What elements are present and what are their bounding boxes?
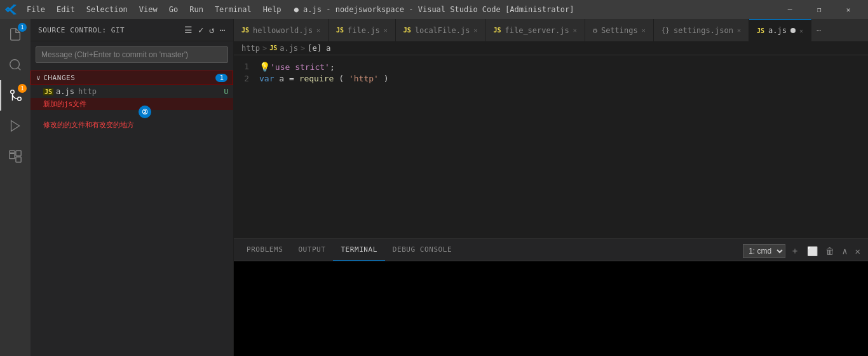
change-status: U bbox=[224, 88, 228, 96]
minimize-button[interactable]: ─ bbox=[775, 0, 804, 19]
tab-settings[interactable]: ⚙ Settings ✕ bbox=[585, 19, 654, 41]
tab-file[interactable]: JS file.js ✕ bbox=[329, 19, 396, 41]
collapse-panel-icon[interactable]: ∧ bbox=[839, 245, 850, 257]
change-filepath: http bbox=[78, 87, 97, 96]
activity-run[interactable] bbox=[0, 111, 31, 141]
refresh-icon[interactable]: ↺ bbox=[209, 25, 215, 35]
commit-message-input[interactable] bbox=[36, 46, 228, 63]
tab-ajs[interactable]: JS a.js ✕ bbox=[749, 19, 811, 41]
titlebar-controls[interactable]: ─ ❐ ✕ bbox=[775, 0, 863, 19]
tab-terminal[interactable]: TERMINAL bbox=[333, 238, 384, 261]
tab-settings-json[interactable]: {} settings.json ✕ bbox=[654, 19, 749, 41]
terminal-selector[interactable]: 1: cmd bbox=[743, 244, 785, 258]
line-number-2: 2 bbox=[234, 74, 259, 83]
menu-view[interactable]: View bbox=[134, 4, 163, 15]
close-tab-icon[interactable]: ✕ bbox=[799, 27, 803, 34]
titlebar-left: File Edit Selection View Go Run Terminal… bbox=[5, 4, 287, 15]
activity-extensions[interactable] bbox=[0, 141, 31, 172]
tab-localfile[interactable]: JS localFile.js ✕ bbox=[396, 19, 486, 41]
svg-line-3 bbox=[18, 67, 20, 70]
tab-label: helloworld.js bbox=[253, 26, 313, 35]
menu-file[interactable]: File bbox=[22, 4, 50, 15]
code-line-2: 2 var a = require ( 'http' ) bbox=[234, 72, 868, 85]
annotation-modified: 修改的的文件和有改变的地方 bbox=[43, 120, 134, 130]
close-tab-icon[interactable]: ✕ bbox=[573, 27, 577, 34]
menu-run[interactable]: Run bbox=[184, 4, 208, 15]
changes-count-badge: 1 bbox=[215, 74, 227, 82]
svg-point-2 bbox=[10, 60, 20, 69]
line-content-1: 💡'use strict'; bbox=[259, 62, 335, 72]
changes-header[interactable]: ∨ CHANGES 1 bbox=[31, 71, 233, 85]
svg-rect-10 bbox=[10, 151, 15, 153]
titlebar: File Edit Selection View Go Run Terminal… bbox=[0, 0, 868, 19]
sidebar: SOURCE CONTROL: GIT ☰ ✓ ↺ ⋯ ∨ CHANGES 1 … bbox=[31, 19, 234, 356]
lightbulb-icon: 💡 bbox=[259, 62, 270, 72]
breadcrumb-sep-2: > bbox=[301, 44, 305, 53]
menu-terminal[interactable]: Terminal bbox=[210, 4, 257, 15]
activity-search[interactable] bbox=[0, 50, 31, 80]
menu-edit[interactable]: Edit bbox=[51, 4, 80, 15]
close-tab-icon[interactable]: ✕ bbox=[316, 27, 320, 34]
tab-label: file.js bbox=[348, 26, 380, 35]
code-line-1: 1 💡'use strict'; bbox=[234, 60, 868, 72]
add-terminal-icon[interactable]: ＋ bbox=[788, 244, 802, 258]
close-tab-icon[interactable]: ✕ bbox=[642, 27, 646, 34]
delete-terminal-icon[interactable]: 🗑 bbox=[823, 245, 837, 257]
tab-label: a.js bbox=[768, 26, 787, 35]
tab-debug-console[interactable]: DEBUG CONSOLE bbox=[385, 238, 459, 261]
close-tab-icon[interactable]: ✕ bbox=[737, 27, 741, 34]
code-editor: 1 💡'use strict'; 2 var a = require ( 'ht… bbox=[234, 55, 868, 238]
line-number-1: 1 bbox=[234, 62, 259, 71]
activity-explorer[interactable]: 1 bbox=[0, 19, 31, 50]
close-tab-icon[interactable]: ✕ bbox=[473, 27, 477, 34]
change-filename: a.js bbox=[56, 87, 74, 96]
svg-rect-7 bbox=[10, 153, 15, 158]
menu-help[interactable]: Help bbox=[258, 4, 287, 15]
svg-marker-6 bbox=[11, 121, 20, 132]
commit-icon[interactable]: ✓ bbox=[198, 25, 204, 35]
panel-controls[interactable]: 1: cmd ＋ ⬜ 🗑 ∧ ✕ bbox=[743, 244, 863, 261]
tabs-overflow-icon[interactable]: ⋯ bbox=[811, 26, 826, 35]
breadcrumb-ajs[interactable]: a.js bbox=[280, 44, 298, 53]
close-tab-icon[interactable]: ✕ bbox=[384, 27, 388, 34]
breadcrumb-sep-1: > bbox=[262, 44, 267, 53]
titlebar-menu[interactable]: File Edit Selection View Go Run Terminal… bbox=[22, 4, 287, 15]
menu-selection[interactable]: Selection bbox=[81, 4, 133, 15]
breadcrumb-http[interactable]: http bbox=[241, 44, 260, 53]
js-icon-small: JS bbox=[269, 44, 277, 51]
menu-go[interactable]: Go bbox=[164, 4, 183, 15]
svg-rect-9 bbox=[16, 157, 21, 162]
panel-tabs: PROBLEMS OUTPUT TERMINAL DEBUG CONSOLE 1… bbox=[234, 239, 868, 261]
js-icon: JS bbox=[757, 27, 764, 34]
svg-point-5 bbox=[11, 90, 15, 94]
tab-problems[interactable]: PROBLEMS bbox=[239, 238, 290, 261]
sidebar-title: SOURCE CONTROL: GIT bbox=[38, 26, 125, 34]
js-icon: JS bbox=[403, 27, 411, 34]
js-icon: JS bbox=[493, 27, 501, 34]
tab-output[interactable]: OUTPUT bbox=[290, 238, 333, 261]
terminal-body[interactable] bbox=[234, 261, 868, 356]
tab-label: file_server.js bbox=[505, 26, 569, 35]
main-layout: 1 1 bbox=[0, 19, 868, 356]
more-actions-icon[interactable]: ⋯ bbox=[220, 25, 226, 35]
tabs-bar: JS helloworld.js ✕ JS file.js ✕ JS local… bbox=[234, 19, 868, 41]
maximize-button[interactable]: ❐ bbox=[804, 0, 834, 19]
tab-helloworld[interactable]: JS helloworld.js ✕ bbox=[234, 19, 329, 41]
sidebar-header-actions[interactable]: ☰ ✓ ↺ ⋯ bbox=[184, 25, 226, 35]
close-button[interactable]: ✕ bbox=[834, 0, 863, 19]
vscode-logo-icon bbox=[5, 4, 17, 15]
unsaved-indicator bbox=[790, 28, 796, 33]
js-file-icon: JS bbox=[43, 88, 53, 95]
breadcrumb-symbol[interactable]: [e] a bbox=[308, 44, 330, 53]
svg-rect-8 bbox=[16, 151, 21, 156]
list-item[interactable]: JS a.js http U bbox=[31, 85, 233, 98]
titlebar-title: ● a.js - nodejsworkspace - Visual Studio… bbox=[294, 5, 574, 14]
close-panel-icon[interactable]: ✕ bbox=[853, 245, 863, 257]
activity-source-control[interactable]: 1 bbox=[0, 80, 31, 111]
split-terminal-icon[interactable]: ⬜ bbox=[804, 245, 820, 257]
source-control-badge: 1 bbox=[18, 84, 27, 93]
list-view-icon[interactable]: ☰ bbox=[184, 25, 193, 35]
line-content-2: var a = require ( 'http' ) bbox=[259, 74, 389, 83]
annotation-new-file: 新加的js文件 bbox=[31, 98, 233, 110]
tab-file-server[interactable]: JS file_server.js ✕ bbox=[485, 19, 585, 41]
